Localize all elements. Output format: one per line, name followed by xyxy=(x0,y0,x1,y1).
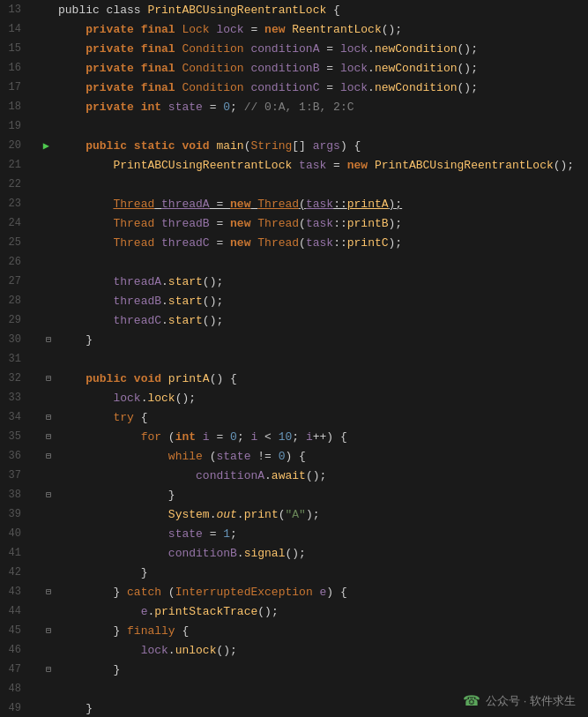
fold-icon[interactable]: ⊟ xyxy=(46,373,51,384)
fold-icon[interactable]: ⊟ xyxy=(46,664,51,675)
gutter-row: 38⊟ xyxy=(0,485,55,504)
token: ( xyxy=(299,236,306,250)
line-number: 41 xyxy=(0,547,26,559)
gutter-icons: ⊟ xyxy=(26,334,55,345)
token: . xyxy=(368,42,375,56)
token: ) { xyxy=(340,139,361,153)
gutter-row: 30⊟ xyxy=(0,330,55,349)
token: . xyxy=(168,644,175,657)
token: lock xyxy=(340,62,368,75)
gutter-icons: ⊟ xyxy=(26,664,55,675)
line-number: 23 xyxy=(0,198,26,210)
token: i xyxy=(306,430,313,444)
code-line: lock.lock(); xyxy=(58,388,588,407)
token: conditionA xyxy=(250,42,319,56)
token xyxy=(313,586,320,599)
token: ( xyxy=(161,586,175,599)
fold-icon[interactable]: ⊟ xyxy=(46,625,51,636)
gutter-icons: ⊟ xyxy=(26,489,55,500)
fold-icon[interactable]: ⊟ xyxy=(46,451,51,461)
token: (); xyxy=(382,23,402,36)
line-number: 20 xyxy=(0,139,26,152)
token: int xyxy=(175,430,203,444)
token: ++) { xyxy=(313,430,347,444)
gutter-row: 49 xyxy=(0,698,55,717)
line-number: 22 xyxy=(0,178,26,190)
token: Condition xyxy=(182,81,250,94)
gutter-row: 15 xyxy=(0,39,55,58)
fold-icon[interactable]: ⊟ xyxy=(46,412,51,422)
fold-icon[interactable]: ⊟ xyxy=(46,586,51,597)
token: 1 xyxy=(223,527,230,541)
token: [] xyxy=(292,139,312,153)
code-line: threadC.start(); xyxy=(58,310,588,330)
gutter-row: 19 xyxy=(0,116,55,136)
token: public class xyxy=(58,4,147,17)
token: = xyxy=(319,81,339,94)
token: Thread xyxy=(113,198,154,211)
gutter-row: 25 xyxy=(0,233,55,252)
token: task xyxy=(306,198,333,211)
code-line: } xyxy=(58,330,588,349)
token: e xyxy=(141,605,148,618)
token: (); xyxy=(216,644,236,657)
token: lock xyxy=(216,23,243,36)
code-line xyxy=(58,252,588,272)
token: conditionB xyxy=(168,547,237,560)
fold-icon[interactable]: ⊟ xyxy=(46,431,51,442)
token: (); xyxy=(458,62,478,75)
indent-space xyxy=(58,469,196,482)
fold-icon[interactable]: ⊟ xyxy=(46,334,51,345)
code-line: while (state != 0) { xyxy=(58,446,588,466)
token: ( xyxy=(203,450,217,463)
code-line xyxy=(58,175,588,194)
code-line: threadA.start(); xyxy=(58,272,588,291)
code-line: Thread threadB = new Thread(task::printB… xyxy=(58,213,588,233)
indent-space xyxy=(58,295,113,308)
code-line: } finally { xyxy=(58,621,588,640)
gutter-row: 33 xyxy=(0,388,55,407)
token: 10 xyxy=(279,430,293,444)
indent-space xyxy=(58,547,168,560)
token: state xyxy=(168,101,203,114)
token: = xyxy=(210,198,230,211)
token: } xyxy=(113,624,127,638)
token: ; xyxy=(230,101,244,114)
code-area: public class PrintABCUsingReentrantLock … xyxy=(55,0,588,717)
code-line: } xyxy=(58,563,588,582)
indent-space xyxy=(58,566,141,579)
token: (); xyxy=(306,469,326,482)
line-number: 35 xyxy=(0,430,26,443)
indent-space xyxy=(58,430,141,444)
indent-space xyxy=(58,159,113,172)
gutter-row: 31 xyxy=(0,349,55,369)
watermark-icon: ☎ xyxy=(463,692,480,709)
token xyxy=(154,198,161,211)
token: threadB xyxy=(161,217,210,230)
code-line: private final Condition conditionA = loc… xyxy=(58,39,588,58)
gutter-row: 40 xyxy=(0,524,55,543)
gutter-row: 36⊟ xyxy=(0,446,55,466)
token: Condition xyxy=(182,42,250,56)
line-gutter: 1314151617181920▶21222324252627282930⊟31… xyxy=(0,0,55,717)
token: lock xyxy=(141,644,168,657)
gutter-row: 27 xyxy=(0,272,55,291)
token: != xyxy=(250,450,278,463)
token: static xyxy=(134,139,182,153)
line-number: 36 xyxy=(0,450,26,462)
token: (); xyxy=(458,42,478,56)
token: Thread xyxy=(257,236,299,250)
fold-icon[interactable]: ⊟ xyxy=(46,489,51,500)
gutter-icons: ⊟ xyxy=(26,412,55,422)
code-line: for (int i = 0; i < 10; i++) { xyxy=(58,427,588,446)
gutter-row: 24 xyxy=(0,213,55,233)
gutter-row: 28 xyxy=(0,291,55,310)
indent-space xyxy=(58,217,113,230)
token: Thread xyxy=(257,217,299,230)
token: ; xyxy=(292,430,306,444)
gutter-row: 34⊟ xyxy=(0,407,55,427)
token: printB xyxy=(347,217,389,230)
token: String xyxy=(250,139,292,153)
code-line: lock.unlock(); xyxy=(58,640,588,660)
gutter-row: 21 xyxy=(0,155,55,175)
